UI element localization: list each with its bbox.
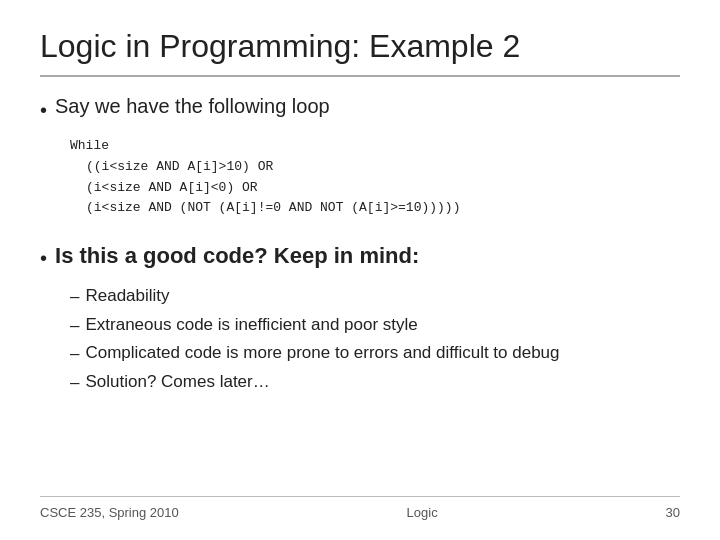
bullet-dot-1: • — [40, 99, 47, 122]
sub-bullet-1: – Readability — [70, 284, 680, 310]
footer: CSCE 235, Spring 2010 Logic 30 — [40, 496, 680, 520]
footer-left: CSCE 235, Spring 2010 — [40, 505, 179, 520]
code-line-4: (i<size AND (NOT (A[i]!=0 AND NOT (A[i]>… — [86, 198, 680, 219]
sub-bullet-3-text: Complicated code is more prone to errors… — [85, 341, 559, 366]
slide-content: • Say we have the following loop While (… — [40, 95, 680, 496]
sub-bullet-2-text: Extraneous code is inefficient and poor … — [85, 313, 417, 338]
bullet-2-text: Is this a good code? Keep in mind: — [55, 243, 419, 269]
slide-title: Logic in Programming: Example 2 — [40, 28, 680, 77]
code-line-1: While — [70, 136, 680, 157]
sub-bullet-3: – Complicated code is more prone to erro… — [70, 341, 680, 367]
dash-3: – — [70, 342, 79, 367]
sub-bullet-4-text: Solution? Comes later… — [85, 370, 269, 395]
code-block: While ((i<size AND A[i]>10) OR (i<size A… — [70, 136, 680, 219]
dash-2: – — [70, 314, 79, 339]
footer-right: 30 — [666, 505, 680, 520]
code-line-2: ((i<size AND A[i]>10) OR — [86, 157, 680, 178]
dash-1: – — [70, 285, 79, 310]
footer-center: Logic — [407, 505, 438, 520]
code-line-3: (i<size AND A[i]<0) OR — [86, 178, 680, 199]
slide: Logic in Programming: Example 2 • Say we… — [0, 0, 720, 540]
bullet-dot-2: • — [40, 247, 47, 270]
bullet-2: • Is this a good code? Keep in mind: — [40, 243, 680, 270]
sub-bullets: – Readability – Extraneous code is ineff… — [40, 284, 680, 396]
sub-bullet-2: – Extraneous code is inefficient and poo… — [70, 313, 680, 339]
sub-bullet-4: – Solution? Comes later… — [70, 370, 680, 396]
sub-bullet-1-text: Readability — [85, 284, 169, 309]
bullet-1-text: Say we have the following loop — [55, 95, 330, 118]
bullet-1: • Say we have the following loop — [40, 95, 680, 122]
dash-4: – — [70, 371, 79, 396]
